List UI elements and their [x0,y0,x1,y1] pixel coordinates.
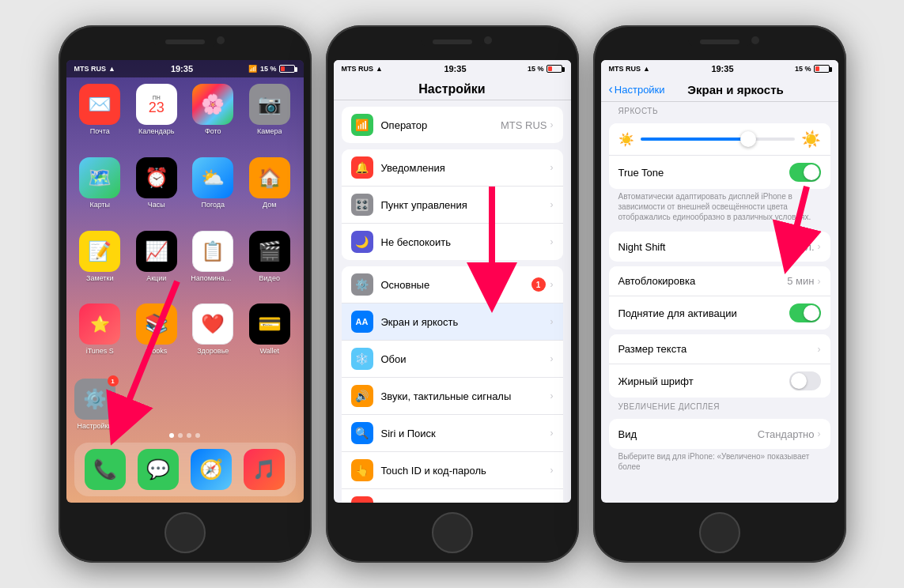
carrier: MTS RUS [74,65,107,73]
detail-title: Экран и яркость [665,83,807,96]
icon-touchid: 👆 [351,459,373,481]
settings-badge: 1 [108,375,119,386]
app-weather[interactable]: ⛅ Погода [187,157,240,226]
home-button-3[interactable] [699,512,740,553]
app-grid: ✉️ Почта ПН 23 Календарь 🌸 Фото [66,77,304,379]
wifi-icon-3: ▲ [643,65,650,73]
raise-toggle[interactable] [789,303,821,322]
row-siri[interactable]: 🔍 Siri и Поиск › [342,415,563,452]
status-bar-1: MTS RUS ▲ 19:35 📶 15 % [66,60,304,77]
chevron-nightshift: › [818,241,821,252]
row-autolock[interactable]: Автоблокировка 5 мин › [609,266,830,296]
dock-phone[interactable]: 📞 [81,449,130,490]
dot-3 [187,433,191,438]
chevron-wallpaper: › [550,353,554,364]
truetone-toggle[interactable] [789,163,821,182]
app-ibooks[interactable]: 📚 iBooks [130,303,183,372]
row-operator[interactable]: 📶 Оператор MTS RUS › [342,107,563,143]
screen-1: MTS RUS ▲ 19:35 📶 15 % ✉️ Почта [66,60,304,503]
row-sos[interactable]: SOS Экстренный вызов — SOS › [342,489,563,503]
icon-notifications: 🔔 [351,156,373,179]
dock-safari[interactable]: 🧭 [187,449,236,490]
section-operator: 📶 Оператор MTS RUS › [342,107,563,143]
app-notes[interactable]: 📝 Заметки [74,231,127,300]
icon-operator: 📶 [351,114,373,136]
page-dots [66,433,304,438]
bold-toggle[interactable] [789,371,821,390]
row-touchid[interactable]: 👆 Touch ID и код-пароль › [342,452,563,489]
chevron-autolock: › [818,276,821,287]
phone-3: MTS RUS ▲ 19:35 15 % ‹ Настройки Экр [593,25,846,563]
app-stocks[interactable]: 📈 Акции [130,231,183,300]
status-left-2: MTS RUS ▲ [342,65,383,73]
phone-2: MTS RUS ▲ 19:35 15 % Настройки 📶 [326,25,579,563]
chevron-sos: › [550,502,554,503]
row-view[interactable]: Вид Стандартно › [609,419,830,449]
app-videos[interactable]: 🎬 Видео [244,231,296,300]
app-clock[interactable]: ⏰ Часы [130,157,183,226]
app-calendar[interactable]: ПН 23 Календарь [130,84,183,153]
status-left-3: MTS RUS ▲ [609,65,650,73]
dock-music[interactable]: 🎵 [240,449,289,490]
home-button-2[interactable] [432,512,473,553]
status-bar-2: MTS RUS ▲ 19:35 15 % [334,60,571,77]
row-raise[interactable]: Поднятие для активации [609,296,830,330]
row-nightshift[interactable]: Night Shift Выкл. › [609,232,830,262]
dock-messages[interactable]: 💬 [134,449,183,490]
row-notifications[interactable]: 🔔 Уведомления › [342,149,563,187]
home-button-1[interactable] [165,512,206,553]
section-notifications: 🔔 Уведомления › 🎛️ Пункт управления › 🌙 … [342,149,563,260]
chevron-view: › [818,428,821,439]
row-dnd[interactable]: 🌙 Не беспокоить › [342,224,563,260]
row-display[interactable]: AA Экран и яркость › [342,303,563,341]
app-itunes[interactable]: ⭐ iTunes S [74,303,127,372]
row-textsize[interactable]: Размер текста › [609,334,830,364]
back-button[interactable]: ‹ Настройки [609,82,665,96]
app-reminders[interactable]: 📋 Напоминания [187,231,240,300]
app-maps[interactable]: 🗺️ Карты [74,157,127,226]
app-home[interactable]: 🏠 Дом [244,157,296,226]
wifi-icon-2: ▲ [376,65,383,73]
app-mail[interactable]: ✉️ Почта [74,84,127,153]
brightness-fill [641,138,749,141]
brightness-header: ЯРКОСТЬ [601,102,838,117]
row-control[interactable]: 🎛️ Пункт управления › [342,187,563,224]
chevron-siri: › [550,428,554,439]
display-section-label: УВЕЛИЧЕНИЕ ДИСПЛЕЯ [601,398,838,413]
chevron-control: › [550,199,554,210]
row-truetone[interactable]: True Tone [609,156,830,189]
time-3: 19:35 [711,64,733,74]
app-photos[interactable]: 🌸 Фото [187,84,240,153]
row-wallpaper[interactable]: ❄️ Обои › [342,341,563,378]
wifi-icon: ▲ [108,65,115,73]
chevron-sounds: › [550,390,554,401]
icon-sos: SOS [351,496,373,503]
brightness-thumb[interactable] [740,131,756,147]
chevron-display: › [550,316,554,327]
row-sounds[interactable]: 🔊 Звуки, тактильные сигналы › [342,378,563,415]
speaker-3 [700,40,739,44]
dot-1 [169,433,174,438]
section-autolock: Автоблокировка 5 мин › Поднятие для акти… [609,266,830,330]
chevron-operator: › [550,119,554,130]
bold-toggle-knob [791,373,807,389]
row-general[interactable]: ⚙️ Основные 1 › [342,266,563,303]
phone-1: MTS RUS ▲ 19:35 📶 15 % ✉️ Почта [59,25,312,563]
brightness-slider[interactable] [641,138,795,141]
sun-bright-icon: ☀️ [801,130,821,149]
app-settings[interactable]: ⚙️ 1 Настройки [74,379,115,430]
app-camera[interactable]: 📷 Камера [244,84,296,153]
icon-general: ⚙️ [351,273,373,296]
app-wallet[interactable]: 💳 Wallet [244,303,296,372]
battery-icon-3 [814,65,830,73]
dot-4 [195,433,200,438]
badge-general: 1 [531,277,546,292]
icon-wallpaper: ❄️ [351,348,373,370]
settings-screen: MTS RUS ▲ 19:35 15 % Настройки 📶 [334,60,571,503]
app-health[interactable]: ❤️ Здоровье [187,303,240,372]
section-view: Вид Стандартно › [609,419,830,449]
icon-dnd: 🌙 [351,231,373,253]
row-bold[interactable]: Жирный шрифт [609,364,830,398]
status-right-2: 15 % [528,65,563,73]
dock: 📞 💬 🧭 🎵 [74,443,296,496]
